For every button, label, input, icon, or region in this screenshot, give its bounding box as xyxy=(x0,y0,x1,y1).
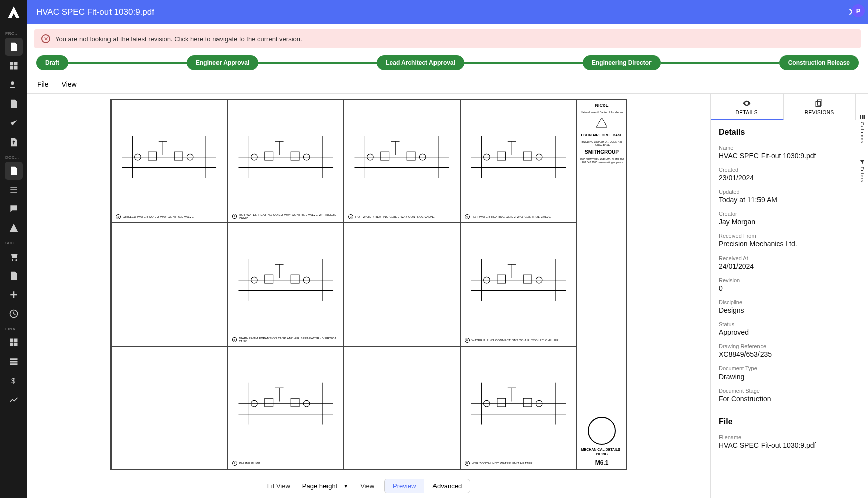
detail-field: UpdatedToday at 11:59 AM xyxy=(719,189,848,204)
menu-file[interactable]: File xyxy=(37,80,49,88)
detail-field: Received At24/01/2024 xyxy=(719,255,848,270)
drawing-detail-cell xyxy=(344,223,460,346)
drawing-detail-cell: 3HOT WATER HEATING COIL 3-WAY CONTROL VA… xyxy=(344,100,460,223)
svg-rect-48 xyxy=(291,275,299,284)
sidebar-item-money[interactable]: $ xyxy=(5,371,23,390)
detail-field: Revision0 xyxy=(719,277,848,292)
org-logo: NICoE xyxy=(579,103,624,108)
fit-view-label: Fit View xyxy=(267,482,290,490)
seal-icon xyxy=(588,417,616,445)
firm-logo: SMITHGROUP xyxy=(579,149,624,155)
sidebar-item-alert[interactable] xyxy=(5,219,23,237)
sidebar-item-cart[interactable] xyxy=(5,247,23,266)
sidebar-item-upload[interactable] xyxy=(5,133,23,151)
detail-field: CreatorJay Morgan xyxy=(719,211,848,226)
svg-rect-89 xyxy=(863,115,865,119)
svg-rect-85 xyxy=(818,100,822,105)
sidebar-item-trend[interactable] xyxy=(5,391,23,409)
sidebar-group-finance: FINA... xyxy=(0,327,19,331)
fit-view-select[interactable]: Page height ▼ xyxy=(300,480,350,492)
sidebar-item-doc[interactable] xyxy=(5,162,23,180)
svg-rect-88 xyxy=(862,115,863,119)
tab-revisions[interactable]: REVISIONS xyxy=(784,94,856,120)
document-canvas[interactable]: 1CHILLED WATER COIL 2-WAY CONTROL VALVE2… xyxy=(27,94,710,474)
svg-text:$: $ xyxy=(11,376,16,385)
svg-rect-58 xyxy=(523,275,532,284)
svg-rect-47 xyxy=(264,275,273,284)
drawing-detail-cell: 1CHILLED WATER COIL 2-WAY CONTROL VALVE xyxy=(111,100,228,223)
svg-rect-78 xyxy=(523,398,532,407)
sidebar-group-docs: DOC... xyxy=(0,155,19,160)
drawing-detail-cell: 6WATER PIPING CONNECTIONS TO AIR COOLED … xyxy=(460,223,577,346)
drawing-detail-cell: 2HOT WATER HEATING COIL 2-WAY CONTROL VA… xyxy=(228,100,344,223)
drawing-detail-cell: 4HOT WATER HEATING COIL 2-WAY CONTROL VA… xyxy=(460,100,577,223)
detail-field: DisciplineDesigns xyxy=(719,299,848,314)
sidebar-group-scope: SCO... xyxy=(0,241,19,245)
sidebar-item-check[interactable] xyxy=(5,114,23,132)
detail-field: Drawing ReferenceXC8849/653/235 xyxy=(719,343,848,358)
filters-toggle[interactable]: Filters xyxy=(859,159,865,183)
sidebar-item-people[interactable] xyxy=(5,76,23,94)
workflow-steps: Draft Engineer Approval Lead Architect A… xyxy=(27,48,868,76)
user-avatar[interactable]: P xyxy=(852,4,865,17)
sidebar-item-doc2[interactable] xyxy=(5,267,23,285)
view-mode-segmented: Preview Advanced xyxy=(384,479,470,493)
svg-rect-7 xyxy=(148,152,157,160)
drawing-detail-cell xyxy=(111,346,228,469)
menu-view[interactable]: View xyxy=(62,80,77,88)
tab-details[interactable]: DETAILS xyxy=(711,94,784,120)
sidebar-item-dashboard[interactable] xyxy=(5,333,23,351)
viewer-toolbar: Fit View Page height ▼ View Preview Adva… xyxy=(27,474,710,498)
eye-icon xyxy=(742,99,751,108)
detail-field: Document TypeDrawing xyxy=(719,365,848,381)
airforce-icon xyxy=(594,117,609,130)
sidebar-item-history[interactable] xyxy=(5,305,23,323)
sidebar-item-grid[interactable] xyxy=(5,57,23,75)
drawing-sheet: 1CHILLED WATER COIL 2-WAY CONTROL VALVE2… xyxy=(110,99,627,470)
svg-rect-57 xyxy=(497,275,505,284)
svg-rect-28 xyxy=(407,152,415,160)
sidebar-item-table[interactable] xyxy=(5,352,23,370)
drawing-detail-cell xyxy=(344,346,460,469)
chevron-down-icon: ▼ xyxy=(343,483,348,489)
sidebar-item-page[interactable] xyxy=(5,95,23,113)
workflow-step-engineer-approval[interactable]: Engineer Approval xyxy=(187,55,258,70)
sidebar-item-documents[interactable] xyxy=(5,38,23,56)
drawing-detail-cell: 8HORIZONTAL HOT WATER UNIT HEATER xyxy=(460,346,577,469)
sidebar-item-list[interactable] xyxy=(5,181,23,199)
alert-message: You are not looking at the latest revisi… xyxy=(55,35,302,43)
view-mode-label: View xyxy=(360,482,374,490)
workflow-step-construction-release[interactable]: Construction Release xyxy=(779,55,859,70)
view-mode-preview[interactable]: Preview xyxy=(385,479,424,493)
workflow-step-draft[interactable]: Draft xyxy=(36,55,68,70)
sidebar-group-projects: PRO... xyxy=(0,31,19,36)
svg-rect-8 xyxy=(174,152,183,160)
file-heading: File xyxy=(719,417,848,426)
svg-rect-68 xyxy=(291,398,299,407)
svg-rect-17 xyxy=(264,152,273,160)
sidebar-item-add[interactable] xyxy=(5,286,23,304)
right-rail: Columns Filters xyxy=(856,94,868,498)
svg-point-0 xyxy=(11,81,14,85)
drawing-detail-cell: 5DIAPHRAGM EXPANSION TANK AND AIR SEPARA… xyxy=(228,223,344,346)
detail-field: Created23/01/2024 xyxy=(719,167,848,182)
workflow-step-lead-architect[interactable]: Lead Architect Approval xyxy=(377,55,464,70)
svg-rect-37 xyxy=(497,152,505,160)
menubar: File View xyxy=(27,76,868,94)
columns-toggle[interactable]: Columns xyxy=(859,114,865,144)
svg-rect-77 xyxy=(497,398,505,407)
view-mode-advanced[interactable]: Advanced xyxy=(424,479,470,493)
alert-dismiss-icon[interactable]: ✕ xyxy=(41,34,50,43)
revision-warning-banner[interactable]: ✕ You are not looking at the latest revi… xyxy=(34,29,861,48)
svg-rect-27 xyxy=(381,152,389,160)
svg-rect-87 xyxy=(860,115,861,119)
details-panel: DETAILS REVISIONS Details NameHVAC SPEC … xyxy=(710,94,856,498)
filter-icon xyxy=(859,159,865,165)
details-heading: Details xyxy=(719,128,848,137)
detail-field: Received FromPrecision Mechanics Ltd. xyxy=(719,233,848,248)
sidebar-nav: PRO... DOC... SCO... FINA... $ xyxy=(0,0,27,498)
sidebar-item-chat[interactable] xyxy=(5,200,23,218)
sheet-number: M6.1 xyxy=(579,459,624,466)
document-title: HVAC SPEC Fit-out 1030:9.pdf xyxy=(36,7,154,17)
workflow-step-engineering-director[interactable]: Engineering Director xyxy=(583,55,661,70)
